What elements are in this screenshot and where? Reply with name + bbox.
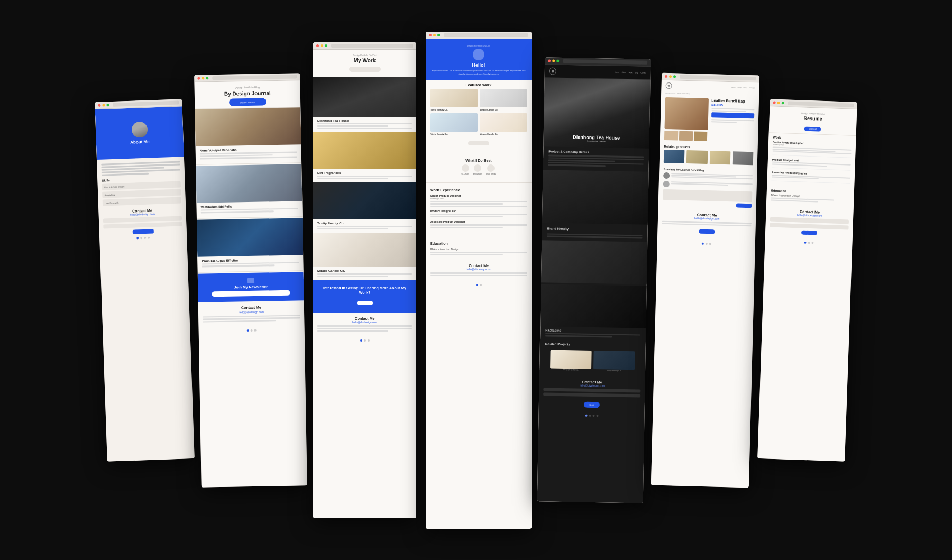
m7-education: Education BFA – Interaction Design [766,186,854,207]
m1-input-2[interactable] [103,222,182,228]
m4-featured-title: Featured Work [430,83,527,87]
m6-related: Related products [660,142,758,168]
m4-job-1: Senior Product Designer divdesign.com [430,194,527,207]
m2-dot-1[interactable] [247,329,249,332]
m3-c-title: Contact Me [317,317,412,320]
mockup-portfolio: Design Portfolio Divi/Divi My Work Dianh… [313,42,416,518]
m4-dot-2[interactable] [480,284,482,286]
m5-brand-identity: Brand Identity [542,222,648,241]
m4-pagination [426,281,532,289]
m5-dot-1[interactable] [585,414,587,416]
m5-pagination [538,410,644,419]
m2-filter[interactable]: Browse All Posts [229,98,266,106]
dot-green-5 [556,59,559,62]
m6-nav: Home Shop About Contact [674,85,755,89]
m6-logo [665,82,672,88]
m3-dot-2[interactable] [364,339,366,342]
dot-yellow-1 [102,104,105,106]
m6-rel-3 [709,151,730,164]
m6-thumb-1[interactable] [664,130,678,140]
m2-dot-3[interactable] [254,329,257,331]
m2-c-email[interactable]: hello@divdesign.com [203,309,300,314]
dot-4[interactable] [148,236,150,238]
m3-cta-btn[interactable] [357,301,373,305]
dot-3[interactable] [144,236,146,238]
m2-dot-2[interactable] [251,329,253,331]
m6-main-img [664,97,708,130]
stage: About Me Skills User Interface Design St… [0,0,952,560]
m1-hero: About Me [95,106,184,160]
m7-dot-3[interactable] [811,241,813,243]
m4-skill-icon-3 [487,164,495,172]
m6-related-title: Related products [664,144,754,150]
m4-experience: Work Experience Senior Product Designer … [426,185,532,234]
m4-feat-2: Mirage Candle Co. [480,89,527,111]
dot-1[interactable] [136,237,139,239]
dot-yellow-3 [321,44,323,47]
m6-prod-price: $110.05 [711,103,755,107]
m5-submit-btn[interactable]: Send [584,401,600,408]
m5-content: Home About Work Blog Contact Dianhong Te… [537,65,651,503]
m3-cta-text: Interested In Seeing Or Hearing More Abo… [317,286,412,295]
m3-filter[interactable] [349,67,381,72]
m3-proj-4-info: Mirage Candle Co. [313,267,416,280]
m7-work: Work Senior Product Designer divdesign.c… [767,133,856,189]
m6-add-cart-btn[interactable] [711,112,755,118]
m6-product-info: Leather Pencil Bag $110.05 [710,98,755,142]
m4-greeting: Hello! [431,62,526,68]
m7-input-2[interactable] [770,222,848,229]
dot-2[interactable] [140,237,142,239]
m5-contact: Contact Me hello@divdesign.com Send [539,374,645,412]
m7-job-1: Senior Product Designer divdesign.com [772,140,852,158]
m4-avatar [473,49,484,60]
m5-dot-2[interactable] [589,414,591,416]
m2-header: Design Portfolio Blog By Design Journal … [194,80,300,109]
m7-dot-2[interactable] [808,241,810,243]
m6-review-input[interactable] [663,189,752,201]
m6-thumb-3[interactable] [694,131,708,141]
m3-dot-1[interactable] [360,339,362,342]
m4-skill-2: Web Design [473,164,482,175]
m4-c-email[interactable]: hello@divdesign.com [430,268,527,271]
dot-red-7 [773,101,776,104]
m6-review-submit[interactable] [736,203,752,208]
m4-dot-1[interactable] [476,284,478,286]
m5-dot-4[interactable] [596,414,598,416]
m6-rel-1 [664,149,685,163]
m3-pagination [313,337,416,344]
m3-title: My Work [316,58,413,63]
m5-dot-3[interactable] [592,414,594,416]
m3-proj-1-info: Dianhong Tea House [313,117,416,133]
m3-proj-1: Dianhong Tea House [313,77,416,133]
m3-c-email[interactable]: hello@divdesign.com [317,320,412,324]
m5-input-1[interactable] [543,387,640,392]
m6-dot-3[interactable] [709,243,711,245]
mockup-hello: Design Portfolio Divi/Divi Hello! My nam… [426,32,532,529]
m6-dot-1[interactable] [701,242,703,244]
dot-yellow-6 [669,75,672,78]
m6-thumb-2[interactable] [679,131,693,141]
m4-view-more-btn[interactable] [468,141,489,145]
dot-red-4 [429,34,432,36]
m4-c-title: Contact Me [430,264,527,268]
m7-input-1[interactable] [770,216,849,223]
m5-related-title: Related Projects [545,342,640,346]
m5-packaging: Packaging [540,326,646,341]
m2-nl-input[interactable] [212,290,290,297]
dot-yellow-7 [777,101,780,104]
m3-proj-3: Trinity Beauty Co. [313,182,416,233]
browser-url-6 [680,75,756,80]
m5-hero-img: Dianhong Tea House Brand Identity & Pack… [543,78,650,148]
m1-submit-btn[interactable] [132,229,153,234]
m3-content: Design Portfolio Divi/Divi My Work Dianh… [313,50,416,518]
m7-dot-1[interactable] [804,241,806,243]
m5-input-2[interactable] [543,392,640,397]
m6-dot-2[interactable] [705,242,707,244]
m7-submit-btn[interactable] [801,230,817,235]
m2-brand: Design Portfolio Blog [198,85,297,89]
m7-download-btn[interactable]: Download [804,126,821,131]
browser-url-4 [444,33,528,37]
m3-dot-3[interactable] [368,339,370,342]
m1-input-1[interactable] [103,216,182,223]
m6-contact-send[interactable] [699,229,715,234]
